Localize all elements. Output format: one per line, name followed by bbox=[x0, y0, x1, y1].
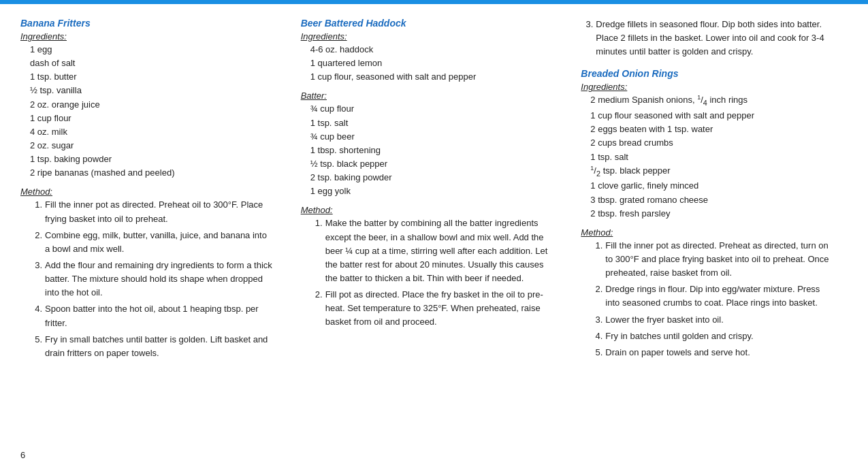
list-item: 3 tbsp. grated romano cheese bbox=[590, 193, 834, 207]
beer-haddock-ingredients-label: Ingredients: bbox=[301, 31, 554, 42]
list-item: 1 cup flour bbox=[30, 112, 274, 125]
list-item: dash of salt bbox=[30, 57, 274, 70]
list-item: 1 cup flour, seasoned with salt and pepp… bbox=[310, 70, 554, 84]
list-item: ¾ cup flour bbox=[310, 102, 554, 116]
list-item: 2.Combine egg, milk, butter, vanilla, ju… bbox=[20, 229, 274, 256]
list-item: 1 egg yolk bbox=[310, 184, 554, 198]
beer-battered-haddock-column: Beer Battered Haddock Ingredients: 4-6 o… bbox=[287, 18, 568, 363]
banana-fritters-column: Banana Fritters Ingredients: 1 egg dash … bbox=[20, 18, 287, 363]
list-item: 2 eggs beaten with 1 tsp. water bbox=[590, 123, 834, 136]
beer-battered-haddock-title: Beer Battered Haddock bbox=[301, 18, 554, 29]
beer-haddock-ingredients: 4-6 oz. haddock 1 quartered lemon 1 cup … bbox=[301, 43, 554, 84]
list-item: 1.Fill the inner pot as directed. Prehea… bbox=[581, 239, 834, 280]
list-item: 2 ripe bananas (mashed and peeled) bbox=[30, 166, 274, 180]
banana-fritters-method-label: Method: bbox=[20, 187, 274, 197]
list-item: 2.Dredge rings in flour. Dip into egg/wa… bbox=[581, 283, 834, 310]
list-item: 1 tbsp. shortening bbox=[310, 144, 554, 157]
list-item: 3. Dredge fillets in seasoned flour. Dip… bbox=[581, 18, 834, 59]
list-item: 1 tsp. butter bbox=[30, 70, 274, 84]
haddock-step3-block: 3. Dredge fillets in seasoned flour. Dip… bbox=[581, 18, 834, 59]
onion-rings-ingredients-label: Ingredients: bbox=[581, 82, 834, 92]
haddock-step3-list: 3. Dredge fillets in seasoned flour. Dip… bbox=[581, 18, 834, 59]
list-item: 2 oz. orange juice bbox=[30, 98, 274, 112]
column-3: 3. Dredge fillets in seasoned flour. Dip… bbox=[567, 18, 848, 363]
page-number: 6 bbox=[20, 450, 25, 460]
list-item: 2 medium Spanish onions, 1/4 inch rings bbox=[590, 93, 834, 109]
list-item: 4 oz. milk bbox=[30, 125, 274, 139]
banana-fritters-ingredients-label: Ingredients: bbox=[20, 31, 274, 42]
list-item: 1.Make the batter by combining all the b… bbox=[301, 216, 554, 285]
list-item: 4.Fry in batches until golden and crispy… bbox=[581, 329, 834, 343]
beer-haddock-method: 1.Make the batter by combining all the b… bbox=[301, 216, 554, 329]
list-item: 5.Drain on paper towels and serve hot. bbox=[581, 346, 834, 359]
list-item: 2 cups bread crumbs bbox=[590, 136, 834, 150]
batter-label: Batter: bbox=[301, 91, 554, 101]
list-item: 3.Lower the fryer basket into oil. bbox=[581, 313, 834, 327]
list-item: 5.Fry in small batches until batter is g… bbox=[20, 333, 274, 360]
onion-rings-method-label: Method: bbox=[581, 227, 834, 238]
list-item: 4.Spoon batter into the hot oil, about 1… bbox=[20, 302, 274, 329]
list-item: ½ tsp. black pepper bbox=[310, 157, 554, 171]
list-item: 1 quartered lemon bbox=[310, 57, 554, 70]
list-item: 2 tbsp. fresh parsley bbox=[590, 207, 834, 221]
batter-ingredients: ¾ cup flour 1 tsp. salt ¾ cup beer 1 tbs… bbox=[301, 102, 554, 198]
list-item: ¾ cup beer bbox=[310, 130, 554, 144]
onion-rings-ingredients: 2 medium Spanish onions, 1/4 inch rings … bbox=[581, 93, 834, 220]
list-item: 1 tsp. baking powder bbox=[30, 152, 274, 166]
list-item: 4-6 oz. haddock bbox=[310, 43, 554, 57]
list-item: 1 tsp. salt bbox=[310, 116, 554, 130]
list-item: 2.Fill pot as directed. Place the fry ba… bbox=[301, 288, 554, 329]
banana-fritters-method: 1.Fill the inner pot as directed. Prehea… bbox=[20, 198, 274, 360]
list-item: 1 egg bbox=[30, 43, 274, 57]
list-item: ½ tsp. vanilla bbox=[30, 84, 274, 97]
list-item: 1/2 tsp. black pepper bbox=[590, 164, 834, 180]
onion-rings-method: 1.Fill the inner pot as directed. Prehea… bbox=[581, 239, 834, 359]
beer-haddock-method-label: Method: bbox=[301, 205, 554, 215]
breaded-onion-rings-title: Breaded Onion Rings bbox=[581, 68, 834, 79]
list-item: 1 clove garlic, finely minced bbox=[590, 179, 834, 193]
list-item: 2 tsp. baking powder bbox=[310, 171, 554, 184]
banana-fritters-ingredients: 1 egg dash of salt 1 tsp. butter ½ tsp. … bbox=[20, 43, 274, 180]
list-item: 1.Fill the inner pot as directed. Prehea… bbox=[20, 198, 274, 225]
banana-fritters-title: Banana Fritters bbox=[20, 18, 274, 29]
list-item: 1 tsp. salt bbox=[590, 150, 834, 164]
list-item: 2 oz. sugar bbox=[30, 139, 274, 152]
list-item: 1 cup flour seasoned with salt and peppe… bbox=[590, 109, 834, 123]
list-item: 3.Add the flour and remaining dry ingred… bbox=[20, 259, 274, 300]
